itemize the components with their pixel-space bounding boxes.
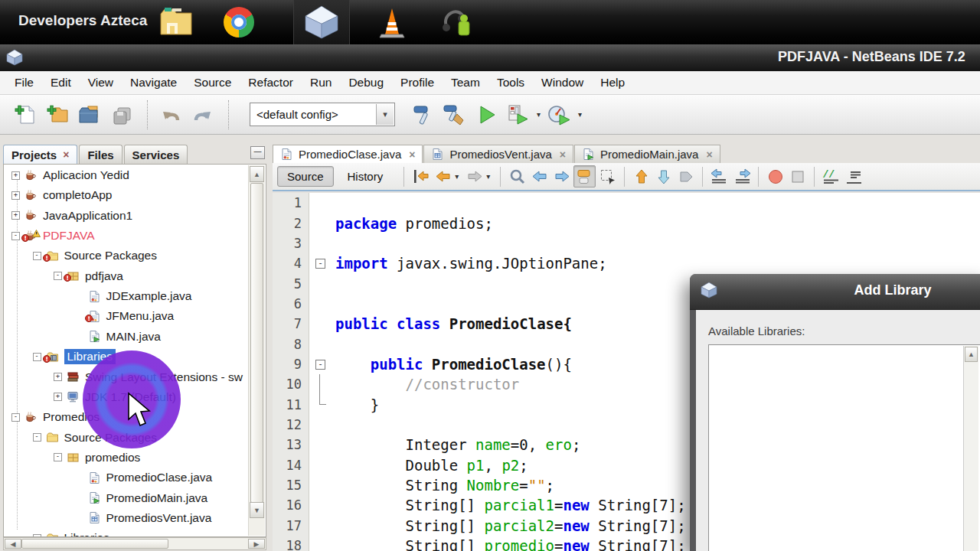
fold-margin[interactable]: - — [309, 253, 335, 273]
expand-icon[interactable]: + — [11, 171, 20, 180]
code-text[interactable]: Double p1, p2; — [335, 457, 528, 474]
back-button[interactable] — [433, 166, 453, 187]
code-text[interactable]: public class PromedioClase{ — [335, 315, 572, 332]
history-view-button[interactable]: History — [338, 167, 393, 186]
scrollbar-thumb[interactable] — [250, 183, 263, 503]
menu-refactor[interactable]: Refactor — [240, 76, 302, 90]
fold-collapse-icon[interactable]: - — [315, 259, 325, 269]
menu-run[interactable]: Run — [302, 76, 340, 90]
scroll-up-button[interactable]: ▲ — [250, 166, 264, 182]
clean-build-button[interactable] — [439, 100, 469, 129]
minimize-panel-button[interactable]: — — [250, 146, 265, 159]
tree-horizontal-scrollbar[interactable]: ◀ ▶ — [3, 537, 266, 550]
menu-window[interactable]: Window — [533, 76, 592, 90]
next-bookmark-button[interactable] — [653, 166, 674, 187]
scroll-left-button[interactable]: ◀ — [5, 539, 21, 549]
menu-navigate[interactable]: Navigate — [122, 76, 185, 90]
tree-item-jdexample-java[interactable]: JDExample.java — [75, 286, 192, 306]
menu-team[interactable]: Team — [443, 76, 488, 90]
menu-help[interactable]: Help — [592, 76, 633, 90]
collapse-icon[interactable]: - — [33, 433, 41, 442]
tree-item-source-packages[interactable]: -Source Packages — [33, 246, 158, 266]
tree-item-jfmenu-java[interactable]: JFMenu.java — [75, 306, 175, 326]
collapse-icon[interactable]: - — [54, 453, 62, 461]
code-text[interactable]: String[] parcial2=new String[7]; — [335, 517, 686, 534]
tab-files[interactable]: Files — [79, 145, 122, 164]
menu-view[interactable]: View — [80, 76, 122, 90]
close-icon[interactable]: × — [409, 149, 415, 160]
chevron-down-icon[interactable]: ▾ — [455, 172, 459, 181]
menu-edit[interactable]: Edit — [42, 76, 80, 90]
expand-icon[interactable]: + — [11, 211, 20, 220]
tree-item-completoapp[interactable]: +completoApp — [11, 185, 112, 205]
netbeans-icon[interactable] — [293, 0, 350, 44]
collapse-icon[interactable]: - — [54, 272, 62, 280]
run-button[interactable] — [472, 100, 501, 129]
code-text[interactable]: String[] parcial1=new String[7]; — [335, 497, 686, 514]
tree-item-promedios[interactable]: -promedios — [54, 448, 140, 468]
toggle-bookmark-button[interactable] — [675, 166, 696, 187]
headset-icon[interactable] — [438, 4, 476, 41]
code-text[interactable]: package promedios; — [335, 215, 493, 232]
fold-margin[interactable]: - — [309, 354, 335, 374]
collapse-icon[interactable]: - — [11, 413, 20, 422]
menu-source[interactable]: Source — [185, 76, 240, 90]
list-vertical-scrollbar[interactable]: ▲ — [963, 346, 978, 551]
toggle-highlight-button[interactable] — [573, 165, 596, 187]
close-icon[interactable]: × — [560, 149, 566, 160]
tree-item-promediomain-java[interactable]: PromedioMain.java — [75, 488, 208, 508]
close-icon[interactable]: × — [63, 149, 69, 160]
code-text[interactable]: String Nombre=""; — [335, 477, 554, 494]
tree-item-promedioclase-java[interactable]: PromedioClase.java — [75, 468, 213, 487]
shift-line-right-button[interactable] — [731, 166, 752, 187]
explorer-icon[interactable] — [157, 4, 195, 41]
tab-projects[interactable]: Projects× — [3, 145, 77, 164]
new-project-button[interactable] — [43, 100, 72, 129]
redo-button[interactable] — [188, 100, 217, 129]
expand-icon[interactable]: + — [54, 373, 62, 381]
tree-item-main-java[interactable]: MAIN.java — [75, 327, 162, 347]
menu-tools[interactable]: Tools — [488, 76, 533, 90]
scroll-right-button[interactable]: ▶ — [248, 539, 265, 549]
previous-bookmark-button[interactable] — [631, 166, 652, 187]
stop-macro-button[interactable] — [787, 166, 808, 187]
scroll-down-button[interactable]: ▼ — [250, 502, 264, 518]
vlc-icon[interactable] — [373, 4, 411, 41]
build-button[interactable] — [407, 100, 436, 129]
menu-debug[interactable]: Debug — [340, 76, 392, 90]
expand-icon[interactable]: + — [54, 393, 62, 401]
code-text[interactable]: import javax.swing.JOptionPane; — [335, 255, 607, 272]
tree-item-promediosvent-java[interactable]: PromediosVent.java — [75, 508, 212, 528]
chevron-down-icon[interactable]: ▾ — [486, 172, 490, 181]
chevron-down-icon[interactable]: ▾ — [537, 110, 541, 119]
collapse-icon[interactable]: - — [33, 252, 41, 260]
open-project-button[interactable] — [75, 100, 104, 129]
menu-profile[interactable]: Profile — [392, 76, 443, 90]
tree-vertical-scrollbar[interactable]: ▲ ▼ — [248, 165, 265, 536]
chrome-icon[interactable] — [220, 4, 258, 41]
close-icon[interactable]: × — [706, 149, 712, 160]
tree-item-aplicacion-yedid[interactable]: +Aplicacion Yedid — [11, 165, 129, 185]
collapse-icon[interactable]: - — [11, 232, 20, 240]
menu-file[interactable]: File — [6, 76, 42, 90]
tree-item-pdfjava[interactable]: -pdfjava — [54, 266, 123, 286]
profile-button[interactable] — [545, 100, 574, 129]
rectangular-selection-button[interactable] — [597, 166, 618, 187]
tree-item-javaapplication1[interactable]: +JavaApplication1 — [11, 206, 132, 226]
dialog-titlebar[interactable]: Add Library — [690, 274, 980, 310]
debug-button[interactable] — [504, 100, 533, 129]
available-libraries-list[interactable]: ▲ — [708, 344, 980, 551]
expand-icon[interactable]: + — [11, 191, 20, 200]
collapse-icon[interactable]: - — [33, 353, 41, 361]
scrollbar-thumb[interactable] — [21, 539, 168, 549]
editor-tab-promediomain-java[interactable]: PromedioMain.java× — [574, 145, 720, 163]
tree-item-libraries[interactable]: -Libraries — [33, 528, 109, 537]
config-select[interactable]: <default config> ▾ — [250, 103, 395, 126]
comment-button[interactable]: // — [821, 166, 841, 187]
new-file-button[interactable] — [11, 100, 40, 129]
save-all-button[interactable] — [107, 100, 136, 129]
code-text[interactable]: //constructor — [335, 376, 519, 393]
scroll-up-button[interactable]: ▲ — [965, 347, 978, 362]
next-occurrence-button[interactable] — [551, 166, 572, 187]
chevron-down-icon[interactable]: ▾ — [578, 110, 582, 119]
